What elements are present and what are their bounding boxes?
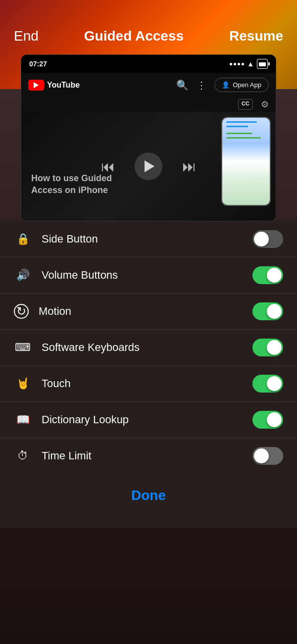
youtube-player: 07:27 ▲ YouTube 🔍 ⋮ 👤 Open App CC ⚙ bbox=[21, 54, 276, 221]
time-limit-label: Time Limit bbox=[42, 449, 243, 462]
side-button-label: Side Button bbox=[42, 233, 243, 246]
volume-buttons-label: Volume Buttons bbox=[42, 269, 243, 282]
video-area[interactable]: How to use Guided Access on iPhone ⏮ ⏭ bbox=[21, 112, 276, 221]
resume-button[interactable]: Resume bbox=[229, 28, 283, 44]
time-limit-thumb bbox=[254, 448, 269, 463]
map-line-4 bbox=[226, 137, 261, 139]
touch-toggle[interactable] bbox=[252, 375, 283, 393]
header-bar: End Guided Access Resume bbox=[0, 0, 297, 54]
open-app-label: Open App bbox=[233, 81, 261, 89]
dictionary-lookup-toggle[interactable] bbox=[252, 411, 283, 429]
settings-row-side-button: 🔒 Side Button bbox=[0, 221, 297, 257]
touch-label: Touch bbox=[42, 377, 243, 390]
side-button-toggle[interactable] bbox=[252, 230, 283, 248]
signal-icon bbox=[230, 63, 244, 65]
player-controls: ⏮ ⏭ bbox=[101, 152, 196, 180]
touch-thumb bbox=[267, 376, 282, 391]
battery-icon bbox=[257, 59, 268, 69]
settings-icon[interactable]: ⚙ bbox=[261, 99, 269, 110]
settings-row-time-limit: ⏱ Time Limit bbox=[0, 438, 297, 474]
software-keyboards-toggle[interactable] bbox=[252, 339, 283, 356]
youtube-logo: YouTube bbox=[28, 80, 80, 91]
map-line-2 bbox=[226, 126, 248, 127]
volume-buttons-toggle[interactable] bbox=[252, 266, 283, 284]
youtube-top-bar: YouTube 🔍 ⋮ 👤 Open App bbox=[21, 73, 276, 97]
settings-row-volume-buttons: 🔊 Volume Buttons bbox=[0, 257, 297, 294]
settings-row-dictionary-lookup: 📖 Dictionary Lookup bbox=[0, 402, 297, 438]
side-button-thumb bbox=[254, 232, 269, 247]
motion-toggle[interactable] bbox=[252, 302, 283, 320]
settings-row-motion: ↻ Motion bbox=[0, 294, 297, 330]
settings-row-touch: 🤘 Touch bbox=[0, 366, 297, 402]
touch-icon: 🤘 bbox=[14, 375, 32, 393]
settings-row-software-keyboards: ⌨ Software Keyboards bbox=[0, 330, 297, 366]
done-button[interactable]: Done bbox=[131, 488, 166, 503]
motion-label: Motion bbox=[39, 305, 243, 318]
wifi-icon: ▲ bbox=[247, 60, 254, 68]
user-icon: 👤 bbox=[222, 81, 230, 89]
cc-button[interactable]: CC bbox=[238, 99, 253, 110]
dictionary-icon: 📖 bbox=[14, 411, 32, 429]
open-app-button[interactable]: 👤 Open App bbox=[214, 78, 269, 92]
end-button[interactable]: End bbox=[14, 28, 39, 44]
next-button[interactable]: ⏭ bbox=[182, 158, 196, 175]
time-limit-icon: ⏱ bbox=[14, 447, 32, 465]
play-button[interactable] bbox=[135, 152, 162, 180]
phone-thumbnail bbox=[221, 117, 271, 206]
player-time: 07:27 bbox=[29, 60, 47, 68]
page-title: Guided Access bbox=[84, 28, 184, 44]
done-section: Done bbox=[0, 474, 297, 528]
motion-icon: ↻ bbox=[14, 304, 29, 319]
map-line-1 bbox=[226, 121, 257, 123]
status-icons: ▲ bbox=[230, 59, 268, 69]
time-limit-toggle[interactable] bbox=[252, 447, 283, 465]
player-status-bar: 07:27 ▲ bbox=[21, 55, 276, 73]
settings-panel: 🔒 Side Button 🔊 Volume Buttons ↻ Motion … bbox=[0, 221, 297, 474]
youtube-actions: 🔍 ⋮ 👤 Open App bbox=[176, 78, 269, 92]
software-keyboards-thumb bbox=[267, 340, 282, 355]
software-keyboards-label: Software Keyboards bbox=[42, 341, 243, 354]
map-line-3 bbox=[226, 133, 252, 134]
motion-thumb bbox=[267, 304, 282, 319]
dictionary-lookup-label: Dictionary Lookup bbox=[42, 413, 243, 426]
youtube-label: YouTube bbox=[47, 81, 80, 90]
keyboard-icon: ⌨ bbox=[14, 339, 32, 356]
volume-buttons-thumb bbox=[267, 268, 282, 283]
phone-screen bbox=[222, 118, 270, 205]
dictionary-lookup-thumb bbox=[267, 412, 282, 427]
search-icon[interactable]: 🔍 bbox=[176, 79, 189, 91]
lock-icon: 🔒 bbox=[14, 230, 32, 248]
more-icon[interactable]: ⋮ bbox=[197, 79, 206, 91]
youtube-controls-row: CC ⚙ bbox=[21, 97, 276, 112]
youtube-icon bbox=[28, 80, 44, 91]
volume-icon: 🔊 bbox=[14, 266, 32, 284]
previous-button[interactable]: ⏮ bbox=[101, 158, 115, 175]
